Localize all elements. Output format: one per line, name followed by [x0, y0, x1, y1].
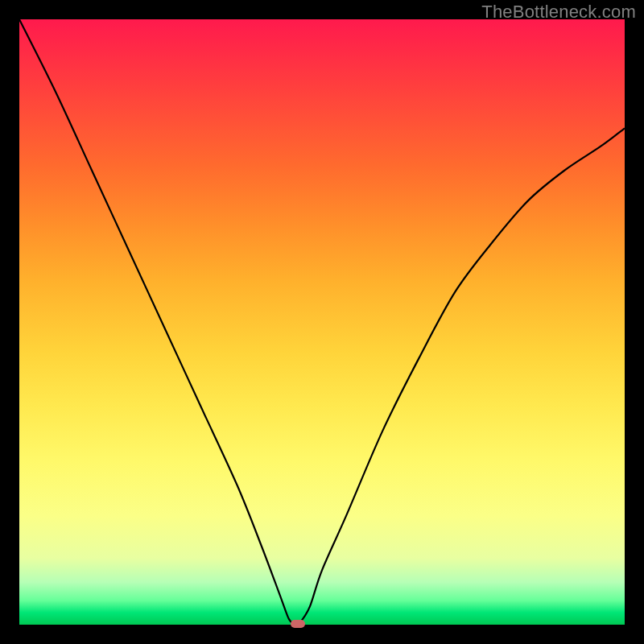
optimum-marker [291, 620, 305, 628]
chart-frame: TheBottleneck.com [0, 0, 644, 644]
chart-plot-area [19, 19, 625, 625]
bottleneck-curve [19, 19, 625, 625]
curve-path [19, 19, 625, 625]
watermark-text: TheBottleneck.com [481, 2, 636, 23]
